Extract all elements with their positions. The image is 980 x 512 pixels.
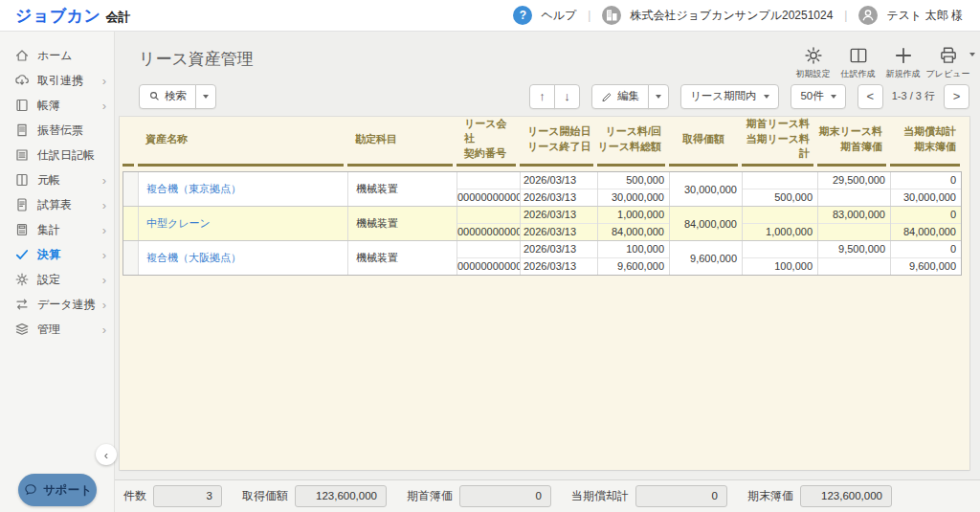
user-name[interactable]: テスト 太郎 様 — [886, 8, 963, 24]
begin-lease-cell: 500,000 — [743, 172, 818, 206]
lease-period-filter-dropdown[interactable]: リース期間内 — [680, 84, 780, 109]
printer-icon — [938, 44, 959, 67]
column-header-end-lease[interactable]: 期末リース料期首簿価 — [817, 117, 890, 167]
dates-cell: 2026/03/132026/03/13 — [521, 241, 598, 275]
sidebar-item-transfer-slip[interactable]: 振替伝票 — [0, 118, 114, 143]
cloud-icon — [14, 73, 30, 88]
asset-link[interactable]: 中型クレーン — [146, 216, 211, 231]
company-name[interactable]: 株式会社ジョブカンサンプル20251024 — [630, 8, 833, 24]
sidebar-item-data-link[interactable]: データ連携› — [0, 292, 114, 317]
column-header-depreciation[interactable]: 当期償却計期末簿価 — [890, 117, 960, 167]
create-journal-button[interactable]: 仕訳作成 — [835, 44, 880, 80]
support-button[interactable]: サポート — [18, 474, 97, 506]
sidebar-item-home[interactable]: ホーム — [0, 43, 114, 68]
sidebar-collapse-button[interactable]: ‹ — [96, 444, 117, 465]
sidebar-item-aggregation[interactable]: 集計› — [0, 217, 114, 242]
summary-end-book: 期末簿価123,600,000 — [747, 485, 892, 507]
fee-per-value: 500,000 — [598, 172, 669, 189]
row-select-cell[interactable] — [123, 241, 139, 275]
sort-down-button[interactable]: ↓ — [554, 84, 580, 109]
end-lease-fee-value: 83,000,000 — [818, 207, 890, 224]
sort-up-button[interactable]: ↑ — [529, 84, 555, 109]
sidebar-item-label: 取引連携 — [37, 73, 102, 89]
asset-name-cell: 複合機（大阪拠点） — [139, 241, 348, 275]
table-row[interactable]: 複合機（東京拠点）機械装置0000000000012026/03/132026/… — [123, 172, 961, 206]
depreciation-value: 0 — [891, 241, 961, 258]
table-row[interactable]: 複合機（大阪拠点）機械装置0000000000022026/03/132026/… — [123, 240, 961, 275]
action-label: 仕訳作成 — [841, 68, 876, 80]
chevron-right-icon: › — [102, 274, 106, 286]
topbar: ジョブカン 会計 ? ヘルプ | 株式会社ジョブカンサンプル20251024 |… — [0, 0, 980, 32]
sidebar-item-trial-balance[interactable]: 試算表› — [0, 192, 114, 217]
period-lease-total-value: 1,000,000 — [743, 224, 817, 240]
summary-label: 当期償却計 — [571, 488, 629, 504]
asset-link[interactable]: 複合機（東京拠点） — [146, 182, 241, 196]
row-select-cell[interactable] — [123, 207, 139, 240]
sidebar-item-ledger[interactable]: 元帳› — [0, 167, 114, 192]
summary-bar: 件数3取得価額123,600,000期首簿価0当期償却計0期末簿価123,600… — [115, 479, 980, 512]
summary-value: 3 — [153, 485, 222, 507]
column-header-lease-fee[interactable]: リース料/回リース料総額 — [597, 117, 669, 167]
end-lease-cell: 83,000,000 — [818, 207, 891, 240]
search-button[interactable]: 検索 — [139, 84, 196, 109]
summary-value: 123,600,000 — [295, 485, 387, 507]
chevron-right-icon: › — [102, 224, 106, 236]
topbar-separator: | — [585, 9, 593, 22]
book-icon — [14, 98, 30, 113]
chevron-down-icon — [764, 95, 769, 99]
main-content: リース資産管理 初期設定仕訳作成新規作成プレビュー 検索 ↑ ↓ — [115, 32, 980, 512]
start-date-value: 2026/03/13 — [521, 241, 597, 258]
trial-icon — [14, 197, 30, 212]
help-link[interactable]: ヘルプ — [541, 8, 576, 24]
chevron-right-icon: › — [102, 323, 106, 336]
sidebar-item-closing[interactable]: 決算› — [0, 242, 114, 267]
pagination-prev-button[interactable]: < — [858, 84, 883, 109]
sidebar-item-transactions[interactable]: 取引連携› — [0, 68, 114, 93]
acquisition-cell: 30,000,000 — [670, 172, 743, 206]
preview-button[interactable]: プレビュー — [925, 44, 970, 80]
summary-value: 0 — [459, 485, 551, 507]
help-icon[interactable]: ? — [513, 6, 532, 25]
table-row[interactable]: 中型クレーン機械装置0000000000032026/03/132026/03/… — [123, 206, 961, 240]
asset-link[interactable]: 複合機（大阪拠点） — [146, 251, 241, 265]
asset-name-cell: 複合機（東京拠点） — [139, 172, 348, 206]
end-date-value: 2026/03/13 — [521, 258, 597, 275]
chevron-down-icon — [969, 53, 975, 56]
contract-no-value: 000000000003 — [457, 224, 520, 240]
initial-settings-button[interactable]: 初期設定 — [791, 44, 835, 80]
sidebar-item-journal[interactable]: 仕訳日記帳 — [0, 143, 114, 167]
sidebar-item-management[interactable]: 管理› — [0, 317, 114, 342]
search-icon — [148, 90, 161, 102]
arrow-up-icon: ↑ — [539, 89, 546, 103]
plus-icon — [893, 44, 914, 67]
edit-caret-button[interactable] — [648, 84, 669, 109]
summary-acquisition: 取得価額123,600,000 — [242, 485, 387, 507]
journal-icon — [14, 147, 30, 163]
begin-lease-cell: 100,000 — [743, 241, 818, 275]
column-header-lease-company-contract[interactable]: リース会社契約番号 — [457, 117, 520, 167]
sidebar-item-settings[interactable]: 設定› — [0, 267, 114, 292]
row-select-cell[interactable] — [123, 172, 139, 206]
column-header-asset-name[interactable]: 資産名称 — [138, 117, 347, 167]
summary-label: 件数 — [123, 488, 146, 504]
acquisition-cell: 84,000,000 — [670, 207, 743, 240]
logo-text: ジョブカン — [15, 5, 101, 27]
end-date-value: 2026/03/13 — [521, 189, 597, 206]
column-header-begin-lease[interactable]: 期首リース料当期リース料計 — [742, 117, 817, 167]
sidebar-item-label: 試算表 — [37, 197, 102, 213]
search-caret-button[interactable] — [195, 84, 216, 109]
column-header-acquisition[interactable]: 取得価額 — [669, 117, 742, 167]
page-size-dropdown[interactable]: 50件 — [791, 84, 845, 109]
create-new-button[interactable]: 新規作成 — [880, 44, 925, 80]
chevron-right-icon: › — [102, 100, 106, 112]
acquisition-cell: 9,600,000 — [670, 241, 743, 275]
column-header-lease-dates[interactable]: リース開始日リース終了日 — [520, 117, 597, 167]
edit-button[interactable]: 編集 — [591, 84, 649, 109]
sidebar-item-books[interactable]: 帳簿› — [0, 93, 114, 118]
pagination-next-button[interactable]: > — [944, 84, 969, 109]
chat-bubble-icon — [23, 482, 38, 498]
sidebar-item-label: 振替伝票 — [37, 122, 106, 139]
begin-book-value — [818, 258, 890, 275]
sidebar-nav: ホーム取引連携›帳簿›振替伝票仕訳日記帳元帳›試算表›集計›決算›設定›データ連… — [0, 43, 114, 342]
column-header-account[interactable]: 勘定科目 — [347, 117, 457, 167]
